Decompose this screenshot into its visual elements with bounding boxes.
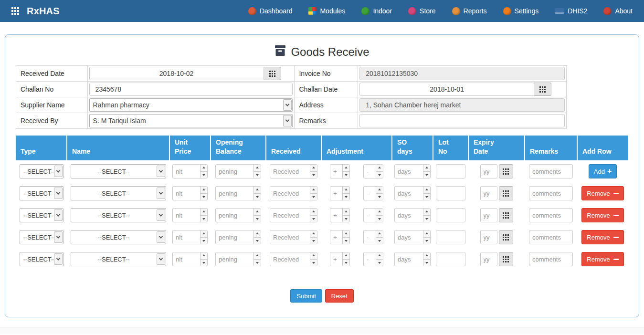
nav-item-settings[interactable]: Settings bbox=[503, 7, 539, 15]
nav-item-indoor[interactable]: Indoor bbox=[361, 7, 392, 15]
row-remarks-input[interactable] bbox=[529, 230, 573, 244]
type-select[interactable]: --SELECT-- bbox=[20, 252, 63, 266]
goods-receive-panel: Goods Receive Received Date Invoice No bbox=[5, 34, 639, 317]
expiry-date-input[interactable] bbox=[480, 230, 497, 244]
number-spinner[interactable] bbox=[253, 187, 261, 200]
remove-row-button[interactable]: Remove bbox=[581, 186, 623, 200]
expiry-date-input[interactable] bbox=[480, 164, 497, 178]
number-spinner[interactable] bbox=[423, 230, 430, 244]
number-spinner[interactable] bbox=[310, 209, 317, 222]
remove-row-button[interactable]: Remove bbox=[581, 208, 623, 222]
lot-no-input[interactable] bbox=[436, 230, 465, 244]
challan-no-input[interactable] bbox=[89, 83, 293, 96]
number-spinner[interactable] bbox=[200, 165, 207, 178]
modules-icon bbox=[308, 7, 317, 15]
number-spinner[interactable] bbox=[376, 230, 383, 244]
number-spinner[interactable] bbox=[310, 187, 317, 200]
type-select[interactable]: --SELECT-- bbox=[20, 230, 63, 244]
reset-button[interactable]: Reset bbox=[325, 289, 354, 303]
number-spinner[interactable] bbox=[342, 187, 349, 200]
brand-logo[interactable]: RxHAS bbox=[27, 6, 60, 17]
item-row: --SELECT-- --SELECT-- bbox=[16, 160, 628, 182]
challan-date-calendar-button[interactable] bbox=[534, 83, 551, 96]
number-spinner[interactable] bbox=[376, 209, 383, 222]
number-spinner[interactable] bbox=[253, 209, 261, 222]
chevron-down-icon bbox=[54, 209, 63, 221]
nav-item-dashboard[interactable]: Dashboard bbox=[248, 7, 293, 15]
number-spinner[interactable] bbox=[342, 252, 349, 266]
row-remarks-input[interactable] bbox=[529, 186, 573, 200]
number-spinner[interactable] bbox=[376, 165, 383, 178]
expiry-date-input[interactable] bbox=[480, 252, 497, 266]
name-select[interactable]: --SELECT-- bbox=[71, 230, 166, 244]
remove-row-button[interactable]: Remove bbox=[581, 252, 623, 266]
number-spinner[interactable] bbox=[253, 165, 261, 178]
number-spinner[interactable] bbox=[310, 165, 317, 178]
received-by-select[interactable]: S. M Tariqul Islam bbox=[89, 114, 293, 127]
number-spinner[interactable] bbox=[342, 230, 349, 244]
app-grid-icon[interactable] bbox=[11, 7, 19, 15]
number-spinner[interactable] bbox=[376, 187, 383, 200]
type-select[interactable]: --SELECT-- bbox=[20, 186, 63, 200]
add-row-button[interactable]: Add + bbox=[589, 164, 617, 178]
minus-icon bbox=[613, 259, 619, 260]
lot-no-input[interactable] bbox=[436, 164, 465, 178]
chevron-down-icon bbox=[157, 188, 165, 199]
number-spinner[interactable] bbox=[200, 187, 207, 200]
chevron-down-icon bbox=[283, 115, 292, 126]
supplier-name-label: Supplier Name bbox=[16, 97, 88, 113]
form-actions: Submit Reset bbox=[16, 289, 628, 303]
reports-icon bbox=[452, 7, 460, 15]
number-spinner[interactable] bbox=[423, 209, 430, 222]
header-remarks-input[interactable] bbox=[359, 114, 565, 127]
nav-item-dhis2[interactable]: DHIS2 bbox=[555, 7, 587, 15]
number-spinner[interactable] bbox=[200, 252, 207, 266]
nav-menu: DashboardModulesIndoorStoreReportsSettin… bbox=[248, 7, 633, 15]
minus-icon bbox=[613, 193, 619, 194]
nav-item-reports[interactable]: Reports bbox=[452, 7, 487, 15]
challan-date-input[interactable] bbox=[359, 83, 534, 96]
type-select[interactable]: --SELECT-- bbox=[20, 164, 63, 178]
number-spinner[interactable] bbox=[253, 230, 261, 244]
expiry-calendar-button[interactable] bbox=[499, 208, 513, 222]
received-date-calendar-button[interactable] bbox=[264, 67, 281, 80]
lot-no-input[interactable] bbox=[436, 186, 465, 200]
name-select[interactable]: --SELECT-- bbox=[71, 252, 166, 266]
number-spinner[interactable] bbox=[253, 252, 261, 266]
name-select[interactable]: --SELECT-- bbox=[71, 208, 166, 222]
name-select[interactable]: --SELECT-- bbox=[71, 164, 166, 178]
received-date-input[interactable] bbox=[89, 67, 264, 80]
remove-row-button[interactable]: Remove bbox=[581, 230, 623, 244]
row-remarks-input[interactable] bbox=[529, 208, 573, 222]
lot-no-input[interactable] bbox=[436, 252, 465, 266]
expiry-calendar-button[interactable] bbox=[499, 230, 513, 244]
number-spinner[interactable] bbox=[200, 209, 207, 222]
number-spinner[interactable] bbox=[423, 187, 430, 200]
expiry-date-input[interactable] bbox=[480, 186, 497, 200]
expiry-calendar-button[interactable] bbox=[499, 186, 513, 200]
expiry-date-input[interactable] bbox=[480, 208, 497, 222]
number-spinner[interactable] bbox=[376, 252, 383, 266]
supplier-name-select[interactable]: Rahman pharmacy bbox=[89, 98, 293, 112]
number-spinner[interactable] bbox=[310, 252, 317, 266]
submit-button[interactable]: Submit bbox=[290, 289, 322, 303]
nav-item-modules[interactable]: Modules bbox=[308, 7, 345, 15]
nav-item-about[interactable]: About bbox=[603, 7, 633, 15]
number-spinner[interactable] bbox=[200, 230, 207, 244]
chevron-down-icon bbox=[157, 253, 165, 265]
number-spinner[interactable] bbox=[310, 230, 317, 244]
number-spinner[interactable] bbox=[342, 209, 349, 222]
number-spinner[interactable] bbox=[423, 252, 430, 266]
chevron-down-icon bbox=[157, 166, 165, 177]
expiry-calendar-button[interactable] bbox=[499, 164, 513, 178]
number-spinner[interactable] bbox=[423, 165, 430, 178]
challan-date-label: Challan Date bbox=[295, 82, 358, 97]
lot-no-input[interactable] bbox=[436, 208, 465, 222]
row-remarks-input[interactable] bbox=[529, 252, 573, 266]
number-spinner[interactable] bbox=[342, 165, 349, 178]
name-select[interactable]: --SELECT-- bbox=[71, 186, 166, 200]
row-remarks-input[interactable] bbox=[529, 164, 573, 178]
expiry-calendar-button[interactable] bbox=[499, 252, 513, 266]
type-select[interactable]: --SELECT-- bbox=[20, 208, 63, 222]
nav-item-store[interactable]: Store bbox=[408, 7, 435, 15]
